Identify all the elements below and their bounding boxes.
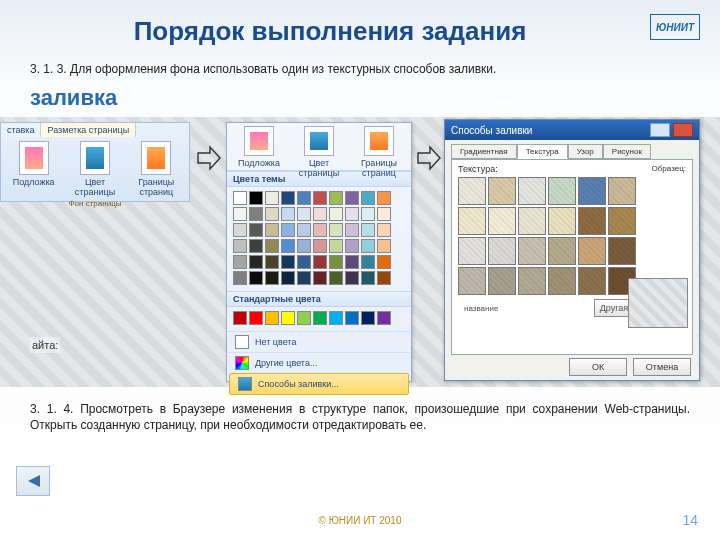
color-swatch[interactable] — [249, 207, 263, 221]
texture-swatch[interactable] — [608, 177, 636, 205]
color-swatch[interactable] — [361, 239, 375, 253]
color-swatch[interactable] — [329, 255, 343, 269]
color-swatch[interactable] — [265, 271, 279, 285]
color-swatch[interactable] — [265, 191, 279, 205]
color-swatch[interactable] — [233, 271, 247, 285]
color-swatch[interactable] — [233, 207, 247, 221]
color-swatch[interactable] — [313, 239, 327, 253]
color-swatch[interactable] — [329, 191, 343, 205]
color-swatch[interactable] — [297, 223, 311, 237]
color-swatch[interactable] — [345, 191, 359, 205]
color-swatch[interactable] — [249, 311, 263, 325]
texture-swatch[interactable] — [518, 207, 546, 235]
color-swatch[interactable] — [361, 271, 375, 285]
texture-swatch[interactable] — [488, 237, 516, 265]
color-swatch[interactable] — [281, 239, 295, 253]
color-swatch[interactable] — [361, 223, 375, 237]
color-swatch[interactable] — [345, 271, 359, 285]
color-swatch[interactable] — [377, 255, 391, 269]
color-swatch[interactable] — [329, 207, 343, 221]
color-swatch[interactable] — [249, 255, 263, 269]
color-swatch[interactable] — [329, 239, 343, 253]
color-swatch[interactable] — [233, 191, 247, 205]
color-swatch[interactable] — [265, 239, 279, 253]
color-swatch[interactable] — [361, 311, 375, 325]
color-swatch[interactable] — [233, 311, 247, 325]
color-swatch[interactable] — [377, 311, 391, 325]
color-swatch[interactable] — [249, 239, 263, 253]
texture-swatch[interactable] — [488, 207, 516, 235]
texture-swatch[interactable] — [458, 267, 486, 295]
color-swatch[interactable] — [265, 223, 279, 237]
texture-swatch[interactable] — [488, 267, 516, 295]
color-swatch[interactable] — [313, 191, 327, 205]
texture-swatch[interactable] — [488, 177, 516, 205]
color-swatch[interactable] — [297, 239, 311, 253]
color-swatch[interactable] — [249, 223, 263, 237]
color-swatch[interactable] — [345, 239, 359, 253]
color-swatch[interactable] — [313, 255, 327, 269]
color-swatch[interactable] — [329, 223, 343, 237]
menu-more-colors[interactable]: Другие цвета... — [227, 352, 411, 373]
color-swatch[interactable] — [297, 207, 311, 221]
color-swatch[interactable] — [329, 311, 343, 325]
btn-borders-2[interactable]: Границы страниц — [355, 126, 403, 170]
texture-swatch[interactable] — [578, 237, 606, 265]
texture-swatch[interactable] — [518, 237, 546, 265]
texture-swatch[interactable] — [458, 237, 486, 265]
close-icon[interactable] — [673, 123, 693, 137]
color-swatch[interactable] — [281, 207, 295, 221]
texture-swatch[interactable] — [548, 237, 576, 265]
color-swatch[interactable] — [281, 223, 295, 237]
color-swatch[interactable] — [345, 223, 359, 237]
color-swatch[interactable] — [329, 271, 343, 285]
texture-swatch[interactable] — [518, 177, 546, 205]
color-swatch[interactable] — [249, 271, 263, 285]
texture-swatch[interactable] — [548, 177, 576, 205]
color-swatch[interactable] — [377, 207, 391, 221]
color-swatch[interactable] — [265, 311, 279, 325]
color-swatch[interactable] — [313, 223, 327, 237]
color-swatch[interactable] — [345, 255, 359, 269]
color-swatch[interactable] — [233, 255, 247, 269]
color-swatch[interactable] — [377, 271, 391, 285]
color-swatch[interactable] — [377, 223, 391, 237]
color-swatch[interactable] — [281, 191, 295, 205]
help-icon[interactable] — [650, 123, 670, 137]
tab-gradient[interactable]: Градиентная — [451, 144, 517, 159]
color-swatch[interactable] — [361, 207, 375, 221]
color-swatch[interactable] — [361, 255, 375, 269]
texture-swatch[interactable] — [458, 177, 486, 205]
texture-swatch[interactable] — [518, 267, 546, 295]
color-swatch[interactable] — [377, 239, 391, 253]
color-swatch[interactable] — [281, 255, 295, 269]
texture-swatch[interactable] — [548, 267, 576, 295]
texture-swatch[interactable] — [608, 207, 636, 235]
color-swatch[interactable] — [297, 271, 311, 285]
color-swatch[interactable] — [249, 191, 263, 205]
tab-insert[interactable]: ставка — [1, 123, 41, 137]
color-swatch[interactable] — [265, 255, 279, 269]
tab-texture[interactable]: Текстура — [517, 144, 568, 159]
texture-swatch[interactable] — [548, 207, 576, 235]
texture-swatch[interactable] — [578, 177, 606, 205]
btn-borders[interactable]: Границы страниц — [132, 141, 180, 197]
color-swatch[interactable] — [377, 191, 391, 205]
cancel-button[interactable]: Отмена — [633, 358, 691, 376]
nav-back-button[interactable] — [16, 466, 50, 496]
tab-layout[interactable]: Разметка страницы — [41, 123, 136, 137]
color-swatch[interactable] — [313, 271, 327, 285]
texture-swatch[interactable] — [578, 267, 606, 295]
color-swatch[interactable] — [297, 255, 311, 269]
tab-pattern[interactable]: Узор — [568, 144, 603, 159]
tab-picture[interactable]: Рисунок — [603, 144, 651, 159]
ok-button[interactable]: ОК — [569, 358, 627, 376]
texture-swatch[interactable] — [458, 207, 486, 235]
texture-swatch[interactable] — [608, 237, 636, 265]
color-swatch[interactable] — [281, 271, 295, 285]
texture-swatch[interactable] — [578, 207, 606, 235]
color-swatch[interactable] — [361, 191, 375, 205]
btn-watermark-2[interactable]: Подложка — [235, 126, 283, 170]
color-swatch[interactable] — [297, 311, 311, 325]
color-swatch[interactable] — [313, 207, 327, 221]
